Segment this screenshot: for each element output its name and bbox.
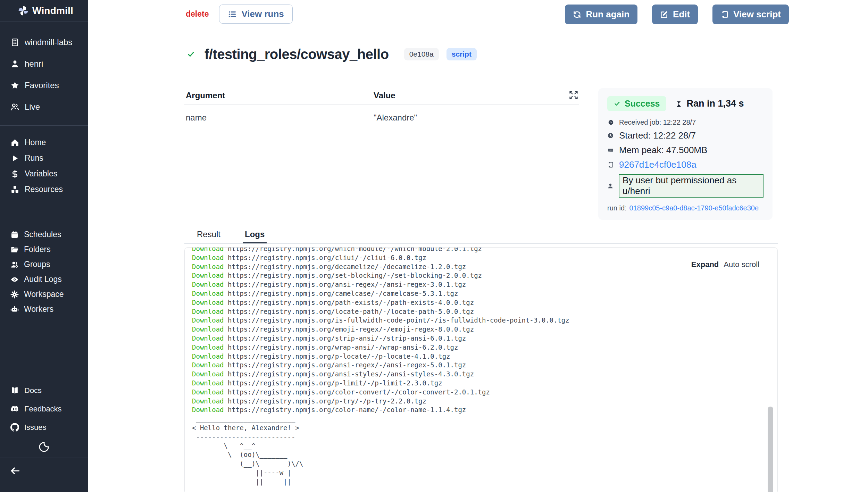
memory-icon <box>607 147 614 153</box>
edit-label: Edit <box>673 9 690 20</box>
sidebar-item-runs[interactable]: Runs <box>0 150 88 166</box>
sidebar: Windmill windmill-labshenriFavoritesLive… <box>0 0 88 492</box>
expand-arguments-button[interactable] <box>569 90 578 100</box>
clock-icon <box>607 132 614 139</box>
robot-icon <box>10 305 19 314</box>
sidebar-item-favorites[interactable]: Favorites <box>0 75 88 96</box>
person-icon <box>607 183 614 189</box>
sidebar-item-groups[interactable]: Groups <box>0 257 88 272</box>
cowsay-line: || || <box>192 477 777 486</box>
arguments-table-body: name"Alexandre" <box>184 105 579 123</box>
run-id-link[interactable]: 01899c05-c9a0-d8ac-1790-e50fadc6e30e <box>629 204 759 212</box>
sidebar-item-resources[interactable]: Resources <box>0 182 88 197</box>
received-row: Received job: 12:22 28/7 <box>607 118 763 126</box>
boxes-icon <box>10 185 19 194</box>
run-again-button[interactable]: Run again <box>565 5 637 24</box>
sidebar-item-label: Folders <box>24 245 51 254</box>
sidebar-item-audit-logs[interactable]: Audit Logs <box>0 272 88 287</box>
sidebar-item-workspace[interactable]: Workspace <box>0 287 88 302</box>
sidebar-item-feedbacks[interactable]: Feedbacks <box>0 400 88 418</box>
calendar-icon <box>10 231 19 239</box>
autoscroll-toggle[interactable]: Auto scroll <box>724 260 759 269</box>
sidebar-item-label: Feedbacks <box>24 405 62 414</box>
book-icon <box>10 386 19 395</box>
header-left-actions: delete View runs <box>186 5 293 24</box>
sidebar-item-henri[interactable]: henri <box>0 53 88 75</box>
column-value: Value <box>374 91 395 100</box>
view-script-button[interactable]: View script <box>712 5 789 24</box>
sidebar-item-variables[interactable]: Variables <box>0 166 88 182</box>
collapse-sidebar-button[interactable] <box>10 465 21 476</box>
sidebar-item-docs[interactable]: Docs <box>0 381 88 400</box>
tab-result[interactable]: Result <box>195 230 223 243</box>
run-duration: Ran in 1,34 s <box>675 98 744 109</box>
log-line: Download https://registry.npmjs.org/whic… <box>192 247 777 253</box>
dark-mode-toggle[interactable] <box>38 441 50 453</box>
mem-peak-row: Mem peak: 47.500MB <box>607 145 763 156</box>
cowsay-line: ||----w | <box>192 468 777 477</box>
job-hash-link[interactable]: 9267d1e4cf0e108a <box>619 159 696 170</box>
log-line: Download https://registry.npmjs.org/emoj… <box>192 325 777 334</box>
list-icon <box>228 10 237 19</box>
log-line: Download https://registry.npmjs.org/ansi… <box>192 370 777 379</box>
page-title: f/testing_roles/cowsay_hello <box>205 47 389 62</box>
sidebar-item-label: Resources <box>25 185 63 194</box>
sidebar-item-label: Home <box>25 138 46 147</box>
log-line: Download https://registry.npmjs.org/stri… <box>192 334 777 343</box>
log-output: Download https://registry.npmjs.org/whic… <box>192 247 777 486</box>
sidebar-item-label: henri <box>25 59 43 69</box>
sidebar-item-folders[interactable]: Folders <box>0 242 88 257</box>
delete-button[interactable]: delete <box>186 9 209 19</box>
sidebar-admin-section: SchedulesFoldersGroupsAudit LogsWorkspac… <box>0 227 88 317</box>
folder-icon <box>10 245 19 254</box>
cowsay-line: _________________________ <box>192 415 777 424</box>
status-badge: Success <box>607 96 666 111</box>
arguments-table-header: Argument Value <box>184 87 579 105</box>
argument-value: "Alexandre" <box>374 113 417 123</box>
edit-button[interactable]: Edit <box>652 5 698 24</box>
run-id-row: run id: 01899c05-c9a0-d8ac-1790-e50fadc6… <box>607 204 763 212</box>
sidebar-nav-section: HomeRunsVariablesResources <box>0 126 88 197</box>
log-line: Download https://registry.npmjs.org/colo… <box>192 388 777 397</box>
edit-pencil-icon <box>660 10 668 19</box>
dollar-icon <box>10 169 19 178</box>
started-row: Started: 12:22 28/7 <box>607 130 763 141</box>
windmill-logo[interactable]: Windmill <box>0 0 88 22</box>
argument-row: name"Alexandre" <box>184 105 579 123</box>
tab-logs[interactable]: Logs <box>243 230 267 243</box>
gear-icon <box>10 290 19 299</box>
check-icon <box>614 100 620 107</box>
sidebar-item-label: Groups <box>24 260 50 269</box>
refresh-icon <box>573 10 581 19</box>
view-runs-button[interactable]: View runs <box>219 5 292 24</box>
argument-name: name <box>184 113 374 123</box>
log-line: Download https://registry.npmjs.org/loca… <box>192 307 777 316</box>
permission-label: By user but permissioned as u/henri <box>619 174 763 198</box>
cowsay-line: < Hello there, Alexandre! > <box>192 424 777 433</box>
log-scrollbar-thumb[interactable] <box>768 407 773 492</box>
sidebar-item-label: Schedules <box>24 230 61 239</box>
home-icon <box>10 138 19 147</box>
sidebar-item-issues[interactable]: Issues <box>0 418 88 436</box>
sidebar-item-live[interactable]: Live <box>0 96 88 118</box>
cowsay-line: ------------------------- <box>192 433 777 442</box>
log-line: Download https://registry.npmjs.org/is-f… <box>192 316 777 325</box>
sidebar-item-workers[interactable]: Workers <box>0 302 88 317</box>
sidebar-item-home[interactable]: Home <box>0 135 88 150</box>
arguments-table: Argument Value name"Alexandre" <box>184 87 579 123</box>
expand-logs-button[interactable]: Expand <box>691 260 719 269</box>
sidebar-item-windmill-labs[interactable]: windmill-labs <box>0 32 88 53</box>
play-icon <box>10 154 19 163</box>
log-line: Download https://registry.npmjs.org/colo… <box>192 406 777 415</box>
windmill-pinwheel-icon <box>17 5 29 17</box>
sidebar-item-label: Docs <box>24 386 42 395</box>
log-line: Download https://registry.npmjs.org/ansi… <box>192 280 777 289</box>
started-label: Started: 12:22 28/7 <box>619 130 696 141</box>
sidebar-item-schedules[interactable]: Schedules <box>0 227 88 242</box>
user-icon <box>10 59 19 68</box>
log-line: Download https://registry.npmjs.org/came… <box>192 289 777 298</box>
users-icon <box>10 102 19 111</box>
sidebar-item-label: Audit Logs <box>24 275 62 284</box>
sidebar-item-label: Issues <box>24 423 47 432</box>
building-icon <box>10 38 19 47</box>
